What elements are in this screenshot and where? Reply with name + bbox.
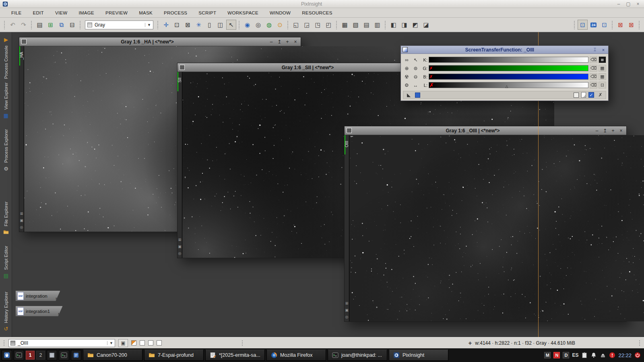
view-tab-label[interactable]: _HA [19,52,24,60]
zoom-mode-icon[interactable]: ▣ [178,245,182,249]
grid-view-icon[interactable]: ▦ [340,20,350,30]
mask-mode-icon[interactable]: ⊙ [275,20,285,30]
screen-transfer-monitor-icon[interactable]: ⊡ [578,20,588,30]
sidebar-item-history-explorer[interactable]: History Explorer ↺ [0,290,12,333]
readout-mode-icon[interactable]: ◎ [345,315,349,319]
toolbar-grip[interactable] [157,21,159,29]
track-view-checkbox[interactable]: ✓ [588,92,594,98]
applications-menu-button[interactable] [2,350,12,360]
zoom-icon[interactable]: + [284,39,291,45]
app-maximize-button[interactable]: ▢ [625,1,632,7]
reset-channel-icon[interactable]: ⌫ [590,73,597,80]
reset-channel-icon[interactable]: ⌫ [590,82,597,88]
notifications-bell-icon[interactable] [590,352,597,358]
image-window-titlebar[interactable]: Gray 1:6 _HA | <*new*> – ↥ + × [19,37,301,46]
horizontal-arrows-icon[interactable]: ↔ [412,82,419,89]
black-point-icon[interactable]: ▦ [599,56,606,63]
previous-window-icon[interactable]: ◱ [291,20,301,30]
reset-stf-icon[interactable]: ⊠ [615,20,625,30]
readout-icon[interactable]: ▤ [35,20,45,30]
zoom-icon[interactable]: + [610,128,616,134]
app-close-button[interactable]: × [634,1,642,7]
menu-preview[interactable]: PREVIEW [100,10,133,15]
menu-mask[interactable]: MASK [133,10,158,15]
window-menu-icon[interactable] [347,128,352,133]
toolbar-grip[interactable] [4,21,6,29]
toolbar-grip[interactable] [238,21,240,29]
midtone-marker-icon[interactable]: △ [506,84,508,88]
image-window-titlebar[interactable]: Gray 1:6 _OIII | <*new*> – ↥ + × [345,126,626,135]
readout-mode-icon[interactable]: ◎ [178,251,182,255]
stf-b-gradient-bar[interactable]: ✗ [429,74,588,80]
new-image-icon[interactable]: ⊞ [45,20,56,30]
flag-swatch-3[interactable] [157,340,162,346]
cascade-windows-icon[interactable]: ◰ [324,20,334,30]
browse-documentation-icon[interactable] [574,93,579,98]
disable-stf-icon[interactable]: ⊠ [626,20,636,30]
menu-process[interactable]: PROCESS [158,10,193,15]
preview-mode-icon[interactable]: ◍ [264,20,274,30]
power-icon[interactable] [634,352,641,358]
menu-script[interactable]: SCRIPT [193,10,222,15]
reset-channel-icon[interactable]: ⌫ [590,56,597,63]
zoom-out-icon[interactable]: ⊖ [412,73,419,80]
eject-updates-icon[interactable] [600,352,606,358]
toolbar-grip[interactable] [336,21,338,29]
stf-titlebar[interactable]: ScreenTransferFunction: _OIII ⌶ × [401,46,608,54]
toolbar-grip[interactable] [574,21,576,29]
image-window-oiii[interactable]: Gray 1:6 _OIII | <*new*> – ↥ + × OIII ⊞ … [344,126,627,322]
keyboard-layout-indicator[interactable]: ES [572,352,578,358]
optimal-zoom-icon[interactable]: ✳ [194,20,204,30]
image-canvas-oiii[interactable] [349,135,644,321]
shade-icon[interactable]: ↥ [602,128,608,134]
split-view-icon[interactable]: ◫ [215,20,225,30]
redo-icon[interactable]: ↷ [19,20,29,30]
sidebar-item-process-console[interactable]: ▶ Process Console [0,35,12,80]
sidebar-item-process-explorer[interactable]: Process Explorer ⚙ [0,128,12,173]
taskbar-app-pixinsight[interactable]: PixInsight [389,350,448,361]
workspace-2-button[interactable]: 2 [36,351,45,360]
edit-stf-icon[interactable]: ↖ [412,56,419,64]
statusbar-grip[interactable] [3,340,5,346]
panel-bottom-icon[interactable]: ◪ [421,20,431,30]
app-titlebar[interactable]: PixInsight – ▢ × [0,0,644,8]
color-space-dropdown[interactable]: Gray ▼ [85,21,153,29]
taskbar-app-espai-profund[interactable]: 7-Espai-profund [144,350,204,361]
minimize-icon[interactable]: – [594,128,600,134]
grid-icon[interactable]: ▦ [599,73,606,80]
view-selector-strip[interactable]: OIII ⊞ ▣ ◎ [345,135,349,321]
clipboard-icon[interactable] [581,352,588,358]
zoom-1-1-icon[interactable]: ⊠ [183,20,193,30]
panel-left-icon[interactable]: ◧ [388,20,398,30]
menu-image[interactable]: IMAGE [73,10,100,15]
toolbar-grip[interactable] [31,21,33,29]
wrench-icon[interactable]: ⚙ [403,82,411,89]
new-preview-icon[interactable]: ◉ [242,20,252,30]
readout-swatch[interactable] [131,340,136,346]
view-properties-button[interactable]: ▣ [118,339,128,347]
fit-view-icon[interactable]: ⊡ [172,20,182,30]
stf-g-gradient-bar[interactable]: ✗ [429,65,588,71]
fit-mode-icon[interactable]: ⊞ [345,301,349,305]
indicator-d[interactable]: D [563,352,569,358]
shadow-marker-icon[interactable]: ✗ [429,66,433,71]
zoom-mode-icon[interactable]: ▣ [20,218,23,222]
window-menu-icon[interactable] [21,39,27,44]
flag-swatch-1[interactable] [140,340,145,346]
grid-icon[interactable]: ▦ [599,65,606,72]
statusbar-grip[interactable] [242,340,244,346]
indicator-m[interactable]: M [544,352,551,358]
sidebar-item-view-explorer[interactable]: View Explorer ▦ [0,81,12,120]
stf-k-gradient-bar[interactable] [429,57,588,63]
readout-mode-icon[interactable]: ◎ [20,225,23,229]
menu-resources[interactable]: RESOURCES [296,10,338,15]
statusbar-grip[interactable] [639,340,641,346]
minimize-icon[interactable]: – [268,39,275,45]
close-icon[interactable]: × [292,39,299,45]
monitor-icon[interactable]: ⊡ [599,82,606,88]
shadow-marker-icon[interactable]: ✗ [429,82,434,88]
view-selector-strip[interactable]: _HA ⊞ ▣ ◎ [19,46,24,232]
send-to-monitor-icon[interactable]: ⊡ [599,20,609,30]
menu-workspace[interactable]: WORKSPACE [222,10,264,15]
taskbar-app-text-editor[interactable]: *[2025-ermita-sa... [205,350,265,361]
